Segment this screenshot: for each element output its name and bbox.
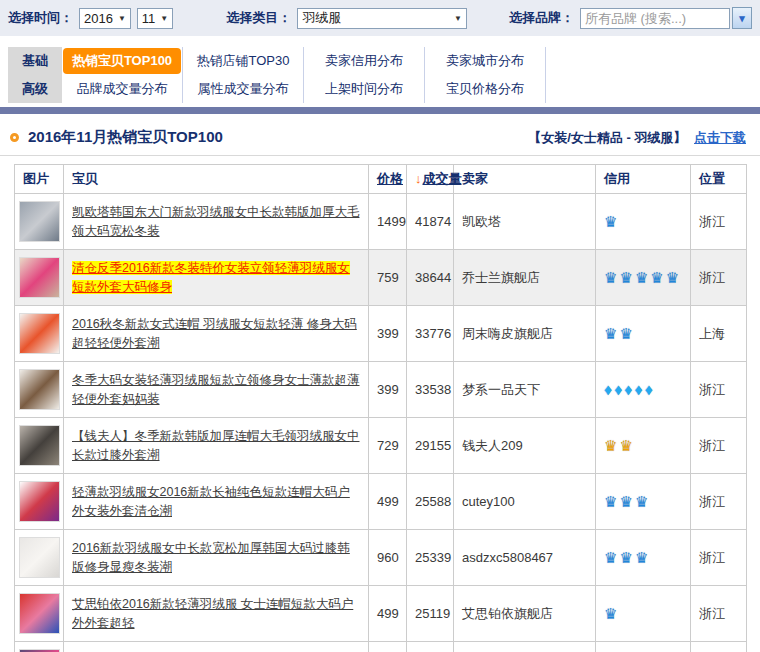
col-header-price: 价格 <box>369 165 407 194</box>
diamond-icon: ♦ <box>614 381 622 398</box>
credit-cell: ♛♛♛ <box>596 530 691 586</box>
product-thumbnail[interactable] <box>19 481 60 522</box>
product-title-link[interactable]: 轻薄款羽绒服女2016新款长袖纯色短款连帽大码户外女装外套清仓潮 <box>72 485 350 518</box>
product-title-link[interactable]: 【钱夫人】冬季新款韩版加厚连帽大毛领羽绒服女中长款过膝外套潮 <box>72 429 360 462</box>
tab-label: 热销店铺TOP30 <box>197 52 290 70</box>
location-cell: 上海 <box>691 306 747 362</box>
blue-crown-icon: ♛ <box>635 549 648 566</box>
product-title-link[interactable]: 2016秋冬新款女式连帽 羽绒服女短款轻薄 修身大码超轻轻便外套潮 <box>72 317 357 350</box>
sales-cell: 41874 <box>407 194 454 250</box>
product-thumbnail[interactable] <box>19 313 60 354</box>
price-cell: 960 <box>369 530 407 586</box>
product-thumbnail[interactable] <box>19 257 60 298</box>
gold-crown-icon: ♛ <box>619 437 632 454</box>
location-cell: 浙江 <box>691 362 747 418</box>
blue-crown-icon: ♛ <box>619 269 632 286</box>
item-cell: 冬季大码女装轻薄羽绒服短款立领修身女士薄款超薄轻便外套妈妈装 <box>64 362 369 418</box>
tab-hot-shops-top30[interactable]: 热销店铺TOP30 <box>183 47 304 75</box>
seller-cell: asdzxc5808467 <box>454 530 596 586</box>
tab-listing-time-distribution[interactable]: 上架时间分布 <box>304 75 425 103</box>
download-link[interactable]: 点击下载 <box>694 130 746 145</box>
credit-cell: ♛♛♛♛♛ <box>596 250 691 306</box>
month-select-value: 11 <box>142 11 156 26</box>
tab-label: 卖家城市分布 <box>446 52 524 70</box>
item-cell: 凯欧塔韩国东大门新款羽绒服女中长款韩版加厚大毛领大码宽松冬装 <box>64 194 369 250</box>
month-select[interactable]: 11 ▼ <box>137 8 173 29</box>
tab-item-price-distribution[interactable]: 宝贝价格分布 <box>425 75 546 103</box>
table-row: 轻薄款羽绒服女2016新款长袖纯色短款连帽大码户外女装外套清仓潮 499 255… <box>15 474 747 530</box>
blue-crown-icon: ♛ <box>635 269 648 286</box>
product-title-link[interactable]: 冬季大码女装轻薄羽绒服短款立领修身女士薄款超薄轻便外套妈妈装 <box>72 373 360 406</box>
table-row: 2016新款羽绒服女中长款宽松加厚韩国大码过膝韩版修身显瘦冬装潮 960 253… <box>15 530 747 586</box>
product-title-link[interactable]: 艾思铂依2016新款轻薄羽绒服 女士连帽短款大码户外外套超轻 <box>72 597 353 630</box>
product-thumbnail[interactable] <box>19 425 60 466</box>
table-row: 艾思铂依2016新款轻薄羽绒服 女士连帽短款大码户外外套超轻 499 25119… <box>15 586 747 642</box>
brand-selector: ▾ <box>580 7 752 29</box>
location-cell: 浙江 <box>691 418 747 474</box>
category-select-value: 羽绒服 <box>302 9 341 27</box>
seller-cell: 乔士兰旗舰店 <box>454 250 596 306</box>
table-row: 清仓反季2016新款冬装特价女装立领轻薄羽绒服女短款外套大码修身 759 386… <box>15 250 747 306</box>
category-select[interactable]: 羽绒服 ▼ <box>297 8 467 29</box>
page-title: 2016年11月热销宝贝TOP100 <box>28 128 223 147</box>
tab-label: 属性成交量分布 <box>198 80 289 98</box>
credit-cell: ♛♛ <box>596 418 691 474</box>
brand-search-input[interactable] <box>580 8 730 29</box>
item-cell: 艾思铂依2016新款轻薄羽绒服 女士连帽短款大码户外外套超轻 <box>64 586 369 642</box>
price-cell: 399 <box>369 362 407 418</box>
product-title-link[interactable]: 凯欧塔韩国东大门新款羽绒服女中长款韩版加厚大毛领大码宽松冬装 <box>72 205 360 238</box>
tab-label: 卖家信用分布 <box>325 52 403 70</box>
tab-attribute-volume-distribution[interactable]: 属性成交量分布 <box>183 75 304 103</box>
tab-seller-credit-distribution[interactable]: 卖家信用分布 <box>304 47 425 75</box>
sales-cell: 25339 <box>407 530 454 586</box>
seller-cell: cutey100 <box>454 474 596 530</box>
advanced-tabs-label: 高级 <box>8 75 62 103</box>
blue-crown-icon: ♛ <box>619 549 632 566</box>
blue-crown-icon: ♛ <box>604 213 617 230</box>
seller-cell: 艾思铂依旗舰店 <box>454 586 596 642</box>
product-title-link[interactable]: 2016新款羽绒服女中长款宽松加厚韩国大码过膝韩版修身显瘦冬装潮 <box>72 541 350 574</box>
sales-sort-link[interactable]: 成交量 <box>423 171 462 186</box>
gold-crown-icon: ♛ <box>604 437 617 454</box>
location-cell: 浙江 <box>691 250 747 306</box>
tab-label: 宝贝价格分布 <box>446 80 524 98</box>
product-thumbnail[interactable] <box>19 201 60 242</box>
credit-cell: ♛♛ <box>596 306 691 362</box>
seller-cell: 周末嗨皮旗舰店 <box>454 306 596 362</box>
product-thumbnail[interactable] <box>19 537 60 578</box>
product-thumbnail[interactable] <box>19 593 60 634</box>
seller-cell: 钱夫人209 <box>454 418 596 474</box>
seller-cell: 梦系一品天下 <box>454 362 596 418</box>
image-cell <box>15 362 64 418</box>
diamond-icon: ♦ <box>645 381 653 398</box>
tab-hot-items-top100[interactable]: 热销宝贝TOP100 <box>62 47 183 75</box>
image-cell <box>15 530 64 586</box>
price-cell: 399 <box>369 306 407 362</box>
image-cell <box>15 474 64 530</box>
diamond-icon: ♦ <box>624 381 632 398</box>
location-cell: 浙江 <box>691 586 747 642</box>
blue-crown-icon: ♛ <box>604 549 617 566</box>
sales-cell: 33776 <box>407 306 454 362</box>
year-select-value: 2016 <box>84 11 113 26</box>
tab-seller-city-distribution[interactable]: 卖家城市分布 <box>425 47 546 75</box>
product-title-link[interactable]: 清仓反季2016新款冬装特价女装立领轻薄羽绒服女短款外套大码修身 <box>72 261 350 294</box>
price-cell: 759 <box>369 250 407 306</box>
tab-brand-volume-distribution[interactable]: 品牌成交量分布 <box>62 75 183 103</box>
diamond-icon: ♦ <box>604 381 612 398</box>
divider-bar <box>0 107 760 114</box>
product-thumbnail[interactable] <box>19 369 60 410</box>
blue-crown-icon: ♛ <box>635 493 648 510</box>
blue-crown-icon: ♛ <box>604 605 617 622</box>
item-cell: 【钱夫人】冬季新款韩版加厚连帽大毛领羽绒服女中长款过膝外套潮 <box>64 418 369 474</box>
item-cell: 2016新款羽绒服女中长款宽松加厚韩国大码过膝韩版修身显瘦冬装潮 <box>64 530 369 586</box>
item-cell: 茄田2016新款韩版修身轻薄反季清仓羽绒服女短款连 <box>64 642 369 652</box>
credit-cell: ♛♛♛ <box>596 474 691 530</box>
price-sort-link[interactable]: 价格 <box>377 171 403 186</box>
sales-cell: 38644 <box>407 250 454 306</box>
year-select[interactable]: 2016 ▼ <box>79 8 131 29</box>
section-header: 2016年11月热销宝贝TOP100 【女装/女士精品 - 羽绒服】 点击下载 <box>0 114 760 156</box>
chevron-down-icon: ▾ <box>739 12 745 25</box>
category-path: 【女装/女士精品 - 羽绒服】 <box>528 130 686 145</box>
brand-dropdown-button[interactable]: ▾ <box>732 7 752 29</box>
